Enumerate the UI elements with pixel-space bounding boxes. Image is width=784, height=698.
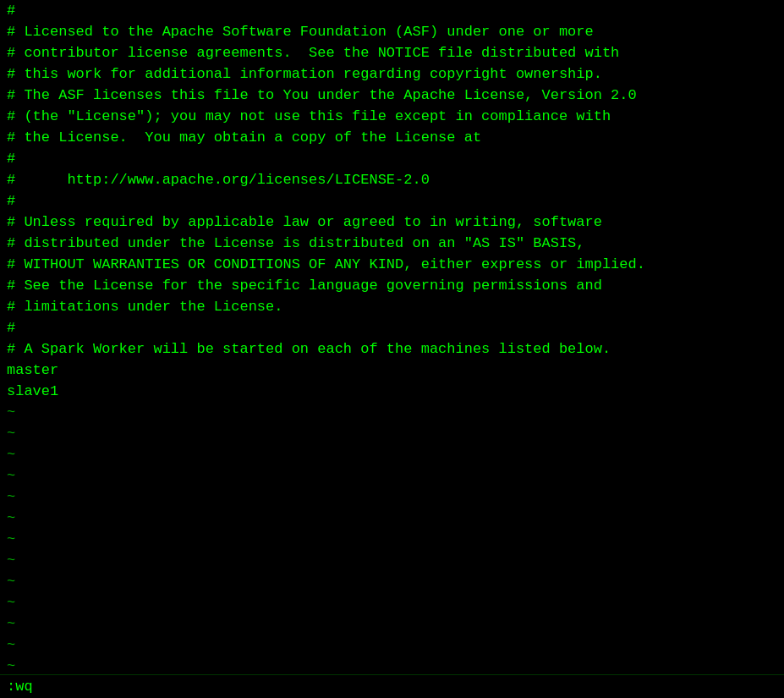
tilde-line: ~: [0, 402, 784, 423]
code-line: # WITHOUT WARRANTIES OR CONDITIONS OF AN…: [0, 254, 784, 275]
code-line: #: [0, 317, 784, 338]
code-line: # (the "License"); you may not use this …: [0, 106, 784, 127]
editor-content: ## Licensed to the Apache Software Found…: [0, 0, 784, 674]
tilde-line: ~: [0, 529, 784, 550]
code-line: # http://www.apache.org/licenses/LICENSE…: [0, 169, 784, 190]
code-line: master: [0, 360, 784, 381]
tilde-line: ~: [0, 613, 784, 635]
tilde-line: ~: [0, 423, 784, 444]
code-line: #: [0, 190, 784, 212]
code-line: slave1: [0, 381, 784, 402]
tilde-line: ~: [0, 550, 784, 571]
code-line: #: [0, 0, 784, 21]
code-line: # this work for additional information r…: [0, 63, 784, 85]
tilde-line: ~: [0, 465, 784, 486]
vim-editor[interactable]: ## Licensed to the Apache Software Found…: [0, 0, 784, 698]
tilde-line: ~: [0, 486, 784, 508]
code-line: # See the License for the specific langu…: [0, 275, 784, 296]
code-line: # Licensed to the Apache Software Founda…: [0, 21, 784, 42]
code-line: # A Spark Worker will be started on each…: [0, 338, 784, 360]
command-line: :wq: [7, 679, 33, 695]
code-line: # limitations under the License.: [0, 296, 784, 317]
tilde-line: ~: [0, 444, 784, 465]
code-line: # Unless required by applicable law or a…: [0, 212, 784, 233]
code-line: # The ASF licenses this file to You unde…: [0, 85, 784, 106]
code-line: # contributor license agreements. See th…: [0, 42, 784, 63]
tilde-line: ~: [0, 508, 784, 529]
code-line: #: [0, 148, 784, 169]
code-line: # the License. You may obtain a copy of …: [0, 127, 784, 148]
status-bar: :wq: [0, 674, 784, 698]
tilde-line: ~: [0, 635, 784, 656]
tilde-line: ~: [0, 592, 784, 613]
tilde-line: ~: [0, 571, 784, 592]
tilde-line: ~: [0, 656, 784, 674]
code-line: # distributed under the License is distr…: [0, 233, 784, 254]
